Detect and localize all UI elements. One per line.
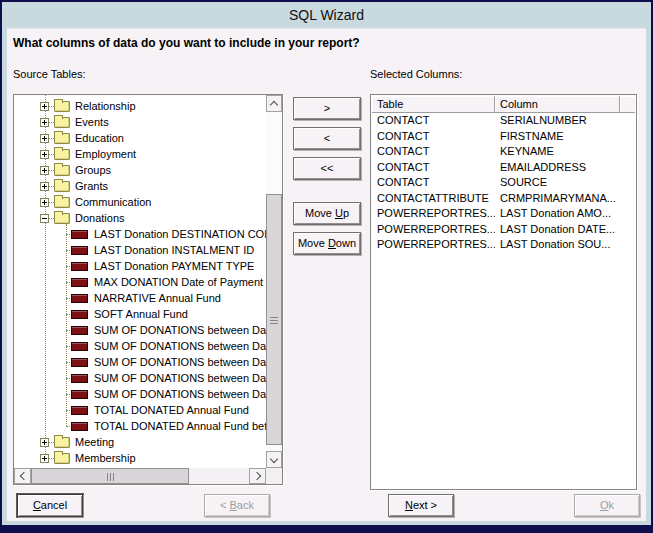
- tree-item-field[interactable]: SUM OF DONATIONS between Dat: [15, 386, 266, 402]
- expand-plus-icon[interactable]: [40, 198, 49, 207]
- field-icon: [71, 278, 88, 287]
- tree-item-label: LAST Donation DESTINATION COD: [94, 226, 266, 242]
- selected-column-row[interactable]: CONTACTFIRSTNAME: [372, 129, 635, 145]
- selected-column-row[interactable]: CONTACTSOURCE: [372, 175, 635, 191]
- field-icon: [71, 246, 88, 255]
- tree-item-field[interactable]: LAST Donation INSTALMENT ID: [15, 242, 266, 258]
- row-column-cell: FIRSTNAME: [495, 129, 635, 145]
- horizontal-scrollbar-thumb[interactable]: [31, 468, 189, 484]
- remove-column-button[interactable]: <: [293, 127, 361, 150]
- collapse-minus-icon[interactable]: [40, 214, 49, 223]
- selected-column-row[interactable]: CONTACTSERIALNUMBER: [372, 113, 635, 129]
- header-filler: [620, 96, 635, 113]
- tree-item-folder[interactable]: Groups: [15, 162, 266, 178]
- scroll-left-button[interactable]: [14, 468, 31, 484]
- folder-icon: [54, 101, 70, 112]
- tree-item-folder[interactable]: Communication: [15, 194, 266, 210]
- selected-column-row[interactable]: CONTACTKEYNAME: [372, 144, 635, 160]
- tree-item-folder[interactable]: Meeting: [15, 434, 266, 450]
- dialog-client-area: What columns of data do you want to incl…: [7, 28, 646, 521]
- move-up-label: Move: [305, 207, 335, 219]
- folder-icon: [54, 117, 70, 128]
- tree-item-label: SUM OF DONATIONS between Dat: [94, 386, 266, 402]
- list-header: Table Column: [372, 96, 635, 113]
- selected-column-row[interactable]: POWERREPORTRES...LAST Donation AMO...: [372, 206, 635, 222]
- folder-icon: [54, 437, 70, 448]
- tree-item-field[interactable]: SUM OF DONATIONS between Dat: [15, 354, 266, 370]
- tree-item-field[interactable]: SUM OF DONATIONS between Dat: [15, 338, 266, 354]
- selected-column-row[interactable]: POWERREPORTRES...LAST Donation SOU...: [372, 237, 635, 253]
- field-icon: [71, 422, 88, 431]
- selected-column-row[interactable]: CONTACTEMAILADDRESS: [372, 160, 635, 176]
- expand-plus-icon[interactable]: [40, 134, 49, 143]
- tree-item-label: SUM OF DONATIONS between Dat: [94, 322, 266, 338]
- tree-item-label: Grants: [75, 178, 108, 194]
- field-icon: [71, 262, 88, 271]
- tree-item-folder[interactable]: Membership: [15, 450, 266, 466]
- expand-plus-icon[interactable]: [40, 454, 49, 463]
- cancel-button[interactable]: Cancel: [17, 494, 83, 517]
- expand-plus-icon[interactable]: [40, 102, 49, 111]
- remove-column-label: <: [324, 132, 330, 144]
- tree-item-folder[interactable]: Donations: [15, 210, 266, 226]
- row-column-cell: LAST Donation DATE...: [495, 222, 635, 238]
- scroll-up-button[interactable]: [266, 95, 282, 112]
- row-table-cell: POWERREPORTRES...: [372, 222, 495, 238]
- expand-plus-icon[interactable]: [40, 150, 49, 159]
- tree-item-field[interactable]: LAST Donation DESTINATION COD: [15, 226, 266, 242]
- remove-all-columns-button[interactable]: <<: [293, 157, 361, 180]
- add-column-button[interactable]: >: [293, 97, 361, 120]
- tree-item-label: Communication: [75, 194, 151, 210]
- window-title: SQL Wizard: [289, 7, 364, 23]
- expand-plus-icon[interactable]: [40, 118, 49, 127]
- table-column-header[interactable]: Table: [372, 96, 495, 113]
- tree-item-field[interactable]: SUM OF DONATIONS between Dat: [15, 370, 266, 386]
- selected-columns-list: Table Column CONTACTSERIALNUMBERCONTACTF…: [370, 94, 637, 490]
- tree-item-label: Groups: [75, 162, 111, 178]
- field-icon: [71, 310, 88, 319]
- tree-item-label: Relationship: [75, 98, 136, 114]
- tree-item-field[interactable]: NARRATIVE Annual Fund: [15, 290, 266, 306]
- move-down-button[interactable]: Move Down: [293, 232, 361, 255]
- tree-item-field[interactable]: LAST Donation PAYMENT TYPE: [15, 258, 266, 274]
- move-up-button[interactable]: Move Up: [293, 202, 361, 225]
- tree-item-field[interactable]: SOFT Annual Fund: [15, 306, 266, 322]
- column-column-header[interactable]: Column: [495, 96, 620, 113]
- scroll-right-button[interactable]: [249, 468, 266, 484]
- tree-horizontal-scrollbar[interactable]: [14, 468, 266, 484]
- tree-item-label: Education: [75, 130, 124, 146]
- page-title: What columns of data do you want to incl…: [13, 36, 360, 50]
- row-column-cell: EMAILADDRESS: [495, 160, 635, 176]
- next-button[interactable]: Next >: [388, 494, 454, 517]
- add-column-label: >: [324, 102, 330, 114]
- row-table-cell: CONTACT: [372, 144, 495, 160]
- expand-plus-icon[interactable]: [40, 182, 49, 191]
- tree-item-folder[interactable]: Relationship: [15, 98, 266, 114]
- tree-item-field[interactable]: TOTAL DONATED Annual Fund bet: [15, 418, 266, 434]
- tree-item-label: Membership: [75, 450, 136, 466]
- row-column-cell: KEYNAME: [495, 144, 635, 160]
- vertical-scrollbar-thumb[interactable]: [266, 194, 282, 445]
- tree-item-label: Employment: [75, 146, 136, 162]
- tree-item-label: LAST Donation PAYMENT TYPE: [94, 258, 254, 274]
- selected-column-row[interactable]: POWERREPORTRES...LAST Donation DATE...: [372, 222, 635, 238]
- expand-plus-icon[interactable]: [40, 438, 49, 447]
- tree-item-field[interactable]: TOTAL DONATED Annual Fund: [15, 402, 266, 418]
- scroll-down-button[interactable]: [266, 451, 282, 468]
- selected-column-row[interactable]: CONTACTATTRIBUTECRMPRIMARYMANA...: [372, 191, 635, 207]
- tree-item-folder[interactable]: Events: [15, 114, 266, 130]
- tree-item-field[interactable]: SUM OF DONATIONS between Dat: [15, 322, 266, 338]
- field-icon: [71, 390, 88, 399]
- row-column-cell: SERIALNUMBER: [495, 113, 635, 129]
- titlebar[interactable]: SQL Wizard: [2, 2, 651, 28]
- tree-item-folder[interactable]: Education: [15, 130, 266, 146]
- source-tables-tree: RelationshipEventsEducationEmploymentGro…: [13, 94, 283, 485]
- expand-plus-icon[interactable]: [40, 166, 49, 175]
- tree-vertical-scrollbar[interactable]: [266, 95, 282, 468]
- folder-icon: [54, 213, 70, 224]
- tree-item-field[interactable]: MAX DONATION Date of Payment: [15, 274, 266, 290]
- tree-item-folder[interactable]: Grants: [15, 178, 266, 194]
- tree-item-label: TOTAL DONATED Annual Fund bet: [94, 418, 266, 434]
- tree-item-label: Events: [75, 114, 109, 130]
- tree-item-folder[interactable]: Employment: [15, 146, 266, 162]
